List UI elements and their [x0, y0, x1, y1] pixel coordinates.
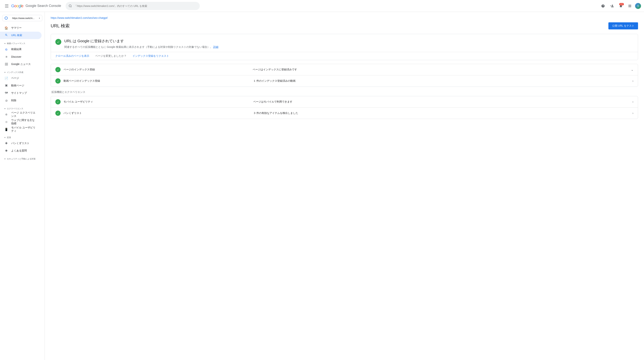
enhancement-row-0-label: モバイル ユーザビリティ [64, 100, 253, 104]
sitemap-icon: 🗺 [4, 91, 8, 95]
enhancements-section-label: 拡張機能とエクスペリエンス [51, 90, 638, 94]
sidebar-label-sitemaps: サイトマップ [11, 91, 27, 95]
search-input[interactable] [74, 4, 197, 7]
sidebar-label-page-experience: ページ エクスペリエンス [11, 111, 37, 118]
page-title: URL 検索 [51, 23, 70, 29]
chevron-icon-search-perf: ▾ [4, 42, 6, 44]
sidebar-item-mobile-usability[interactable]: 📱 モバイル ユーザビリティ [0, 126, 42, 133]
index-row-0[interactable]: ✓ ページのインデックス登録 ページはインデックスに登録済みです ⌄ [51, 64, 638, 75]
changed-label: ページを変更しましたか？ [95, 54, 126, 58]
section-header-experience[interactable]: ▾ エクスペリエンス [0, 104, 44, 111]
chevron-right-icon-erow1: › [632, 112, 634, 115]
google-logo: Google [11, 3, 23, 8]
page-header: URL 検索 公開 URL をテスト [51, 22, 638, 29]
top-header: Google Google Search Console 121 S [0, 0, 644, 12]
account-settings-button[interactable] [608, 2, 616, 10]
enhancement-row-0[interactable]: ✓ モバイル ユーザビリティ ページはモバイルで利用できます › [51, 96, 638, 107]
notification-badge: 121 [619, 3, 624, 5]
faq-icon: ◈ [4, 149, 8, 153]
sidebar-label-google-news: Google ニュース [11, 63, 31, 66]
sidebar-item-video-pages[interactable]: ▣ 動画ページ [0, 82, 42, 89]
card-header-indexed: ✓ URL は Google に登録されています 関連するすべての拡張機能ととも… [51, 34, 638, 52]
page-icon: 📄 [4, 76, 8, 80]
logo-area: Google Google Search Console [11, 3, 61, 8]
section-label-index: インデックス作成 [7, 71, 23, 74]
section-label-experience: エクスペリエンス [7, 107, 23, 110]
chevron-icon-enhancements: ▾ [4, 137, 6, 139]
section-header-search-perf[interactable]: ▾ 検索パフォーマンス [0, 39, 44, 46]
page-exp-icon: ⊕ [4, 113, 8, 117]
index-row-1-value: １ 件のインデックス登録済みの動画 [253, 79, 632, 83]
enhancement-row-1[interactable]: ✓ パンくずリスト ３ 件の有効なアイテムを検出しました › [51, 107, 638, 119]
index-row-0-icon: ✓ [55, 67, 60, 72]
card-content: URL は Google に登録されています 関連するすべての拡張機能とともに … [64, 38, 218, 49]
index-row-1-label: 動画ページのインデックス登録 [64, 79, 253, 83]
sidebar-item-url-inspection[interactable]: URL 検索 [0, 32, 42, 39]
content-area: https://www.switchitmaker2.com/seo/seo-c… [45, 12, 644, 360]
app-title: Google Search Console [26, 4, 61, 8]
enhancements-card: ✓ モバイル ユーザビリティ ページはモバイルで利用できます › ✓ パンくずリ… [51, 96, 638, 119]
sidebar-url-text: https://www.switchi... [12, 17, 34, 19]
section-label-enhancements: 拡張 [7, 136, 11, 139]
discover-icon: ✳ [4, 55, 8, 59]
enhancement-row-1-icon: ✓ [55, 111, 60, 116]
url-icon [5, 16, 8, 19]
sidebar-item-breadcrumbs[interactable]: ◈ パンくずリスト [0, 140, 42, 147]
avatar[interactable]: S [635, 3, 641, 9]
sidebar-item-faq[interactable]: ◈ よくある質問 [0, 147, 42, 155]
breadcrumb[interactable]: https://www.switchitmaker2.com/seo/seo-c… [51, 16, 638, 19]
breadcrumb-icon: ◈ [4, 142, 8, 145]
sidebar-item-discover[interactable]: ✳ Discover [0, 53, 42, 60]
chevron-icon-index: ▾ [4, 71, 6, 73]
crawl-view-link[interactable]: クロール済みのページを表示 [55, 54, 89, 58]
sidebar-item-page-experience[interactable]: ⊕ ページ エクスペリエンス [0, 111, 42, 118]
sidebar-label-web-vitals: ウェブに関する主な指標 [11, 119, 37, 125]
sidebar-item-web-vitals[interactable]: ⊙ ウェブに関する主な指標 [0, 118, 42, 126]
sidebar-item-summary[interactable]: 🏠 サマリー [0, 24, 42, 32]
index-row-0-value: ページはインデックスに登録済みです [253, 68, 631, 71]
chevron-icon-security: ▾ [4, 159, 6, 159]
index-request-link[interactable]: インデックス登録をリクエスト [132, 54, 169, 58]
home-icon: 🏠 [4, 26, 8, 30]
search-bar[interactable] [66, 2, 200, 10]
section-header-enhancements[interactable]: ▾ 拡張 [0, 133, 44, 140]
chevron-right-icon-row1: › [632, 79, 634, 83]
google-g-icon: G [4, 48, 8, 51]
card-description: 関連するすべての拡張機能とともに Google 検索結果に表示されます（手動によ… [64, 45, 218, 49]
chevron-down-icon: ▾ [39, 17, 40, 19]
sidebar-label-summary: サマリー [11, 26, 22, 30]
header-actions: 121 S [599, 2, 641, 10]
sidebar-item-google-news[interactable]: ▦ Google ニュース [0, 60, 42, 68]
sidebar-item-removals[interactable]: ⊘ 削除 [0, 97, 42, 104]
indexed-card: ✓ URL は Google に登録されています 関連するすべての拡張機能ととも… [51, 34, 638, 60]
enhancement-row-1-label: パンくずリスト [64, 112, 253, 115]
notifications-button[interactable]: 121 [617, 2, 624, 10]
search-icon [68, 4, 72, 8]
sidebar-item-sitemaps[interactable]: 🗺 サイトマップ [0, 89, 42, 97]
chevron-right-icon-erow0: › [632, 100, 634, 104]
index-row-1-icon: ✓ [55, 78, 60, 84]
card-desc-text: 関連するすべての拡張機能とともに Google 検索結果に表示されます（手動によ… [64, 45, 212, 48]
apps-button[interactable] [626, 2, 634, 10]
status-success-icon: ✓ [55, 39, 61, 45]
chevron-icon-experience: ▾ [4, 108, 6, 110]
news-icon: ▦ [4, 62, 8, 66]
section-header-security[interactable]: ▾ セキュリティと手動による対策 [0, 155, 44, 161]
enhancement-row-0-value: ページはモバイルで利用できます [253, 100, 632, 104]
test-url-button[interactable]: 公開 URL をテスト [608, 22, 638, 29]
sidebar-item-search-results[interactable]: G 検索結果 [0, 46, 42, 53]
card-actions: クロール済みのページを表示 ページを変更しましたか？ インデックス登録をリクエス… [51, 52, 638, 60]
menu-icon[interactable] [3, 2, 10, 10]
help-icon [601, 4, 605, 8]
sidebar-label-search-results: 検索結果 [11, 48, 22, 51]
detail-link[interactable]: 詳細 [213, 45, 218, 48]
sidebar-item-pages[interactable]: 📄 ページ [0, 74, 42, 82]
enhancement-row-0-icon: ✓ [55, 99, 60, 104]
chevron-down-icon-row0: ⌄ [631, 68, 634, 71]
section-header-index[interactable]: ▾ インデックス作成 [0, 68, 44, 74]
help-button[interactable] [599, 2, 607, 10]
index-row-0-label: ページのインデックス登録 [64, 68, 253, 71]
section-label-security: セキュリティと手動による対策 [7, 158, 36, 160]
index-row-1[interactable]: ✓ 動画ページのインデックス登録 １ 件のインデックス登録済みの動画 › [51, 75, 638, 87]
url-selector[interactable]: https://www.switchi... ▾ [2, 15, 42, 21]
